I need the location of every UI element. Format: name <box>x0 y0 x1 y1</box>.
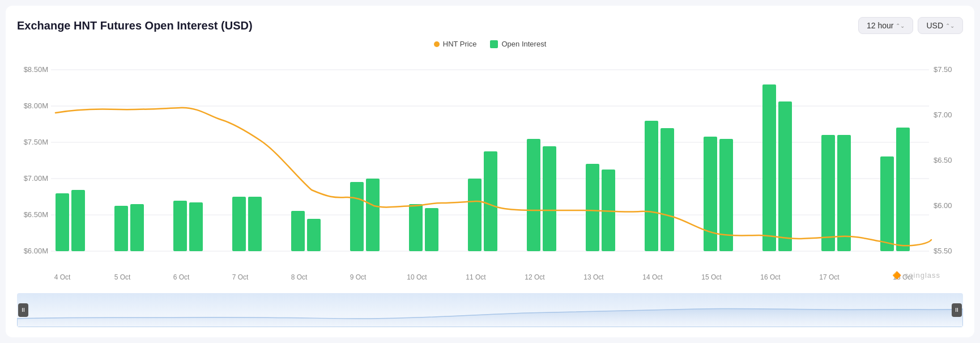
svg-rect-45 <box>880 156 894 251</box>
svg-rect-22 <box>189 202 203 251</box>
legend-oi: Open Interest <box>490 40 546 48</box>
svg-text:$7.50: $7.50 <box>934 65 952 74</box>
chart-svg: $8.50M $8.00M $7.50M $7.00M $6.50M $6.00… <box>17 53 963 291</box>
svg-text:4 Oct: 4 Oct <box>54 273 71 281</box>
svg-text:6 Oct: 6 Oct <box>173 273 190 281</box>
svg-text:12 Oct: 12 Oct <box>525 273 545 281</box>
svg-rect-46 <box>896 128 910 251</box>
chevron-up-down-icon: ⌃⌄ <box>896 23 905 29</box>
currency-selector[interactable]: USD ⌃⌄ <box>918 17 963 34</box>
svg-text:7 Oct: 7 Oct <box>232 273 249 281</box>
svg-rect-23 <box>232 197 246 251</box>
svg-text:$7.00M: $7.00M <box>24 174 48 183</box>
mini-chart-svg <box>17 293 963 327</box>
svg-text:$8.00M: $8.00M <box>24 101 48 110</box>
svg-text:5 Oct: 5 Oct <box>114 273 131 281</box>
svg-rect-27 <box>350 182 364 251</box>
svg-text:$6.00: $6.00 <box>934 201 952 210</box>
svg-rect-41 <box>762 84 776 251</box>
svg-rect-24 <box>248 197 262 251</box>
svg-rect-44 <box>837 135 851 251</box>
legend-price-dot <box>434 41 440 47</box>
mini-chart-handle-right[interactable]: ⏸ <box>952 303 962 317</box>
svg-rect-37 <box>645 121 658 251</box>
svg-text:15 Oct: 15 Oct <box>701 273 722 281</box>
svg-text:16 Oct: 16 Oct <box>760 273 781 281</box>
chart-container: Exchange HNT Futures Open Interest (USD)… <box>6 6 974 337</box>
pause-icon-right: ⏸ <box>954 307 960 313</box>
svg-rect-30 <box>425 208 438 251</box>
controls: 12 hour ⌃⌄ USD ⌃⌄ <box>858 17 963 34</box>
svg-rect-18 <box>71 190 85 251</box>
svg-rect-38 <box>661 128 674 251</box>
svg-rect-20 <box>130 204 144 251</box>
svg-rect-17 <box>56 193 69 251</box>
chart-title: Exchange HNT Futures Open Interest (USD) <box>17 19 253 32</box>
svg-text:$6.50: $6.50 <box>934 156 952 164</box>
svg-text:$7.50M: $7.50M <box>24 138 48 146</box>
svg-rect-26 <box>307 219 321 251</box>
mini-chart: ⏸ ⏸ <box>17 293 963 327</box>
svg-rect-19 <box>114 206 128 251</box>
watermark: 🔶 coinglass <box>892 271 940 280</box>
svg-text:10 Oct: 10 Oct <box>407 273 427 281</box>
svg-rect-25 <box>291 211 305 251</box>
svg-rect-35 <box>586 164 599 251</box>
svg-text:$7.00: $7.00 <box>934 111 952 119</box>
pause-icon-left: ⏸ <box>20 307 26 313</box>
svg-text:$6.50M: $6.50M <box>24 210 48 219</box>
svg-text:$8.50M: $8.50M <box>24 65 48 74</box>
svg-text:$5.50: $5.50 <box>934 247 952 255</box>
legend-price: HNT Price <box>434 40 477 48</box>
header-row: Exchange HNT Futures Open Interest (USD)… <box>17 17 963 34</box>
svg-text:9 Oct: 9 Oct <box>350 273 367 281</box>
svg-rect-32 <box>484 151 497 251</box>
svg-text:$6.00M: $6.00M <box>24 247 48 255</box>
chart-legend: HNT Price Open Interest <box>17 40 963 48</box>
mini-chart-handle-left[interactable]: ⏸ <box>18 303 28 317</box>
svg-rect-21 <box>173 201 187 251</box>
svg-rect-29 <box>409 204 423 251</box>
svg-text:11 Oct: 11 Oct <box>466 273 486 281</box>
svg-rect-42 <box>778 101 792 251</box>
chevron-up-down-icon-2: ⌃⌄ <box>945 23 955 29</box>
svg-rect-33 <box>527 139 540 251</box>
svg-rect-31 <box>468 179 482 251</box>
legend-oi-dot <box>490 40 498 48</box>
svg-text:13 Oct: 13 Oct <box>583 273 604 281</box>
interval-selector[interactable]: 12 hour ⌃⌄ <box>858 17 913 34</box>
svg-rect-34 <box>543 146 556 251</box>
svg-text:17 Oct: 17 Oct <box>819 273 840 281</box>
svg-text:8 Oct: 8 Oct <box>291 273 308 281</box>
main-chart-area: $8.50M $8.00M $7.50M $7.00M $6.50M $6.00… <box>17 53 963 291</box>
svg-rect-43 <box>821 135 835 251</box>
svg-text:14 Oct: 14 Oct <box>642 273 663 281</box>
svg-rect-28 <box>366 179 380 251</box>
